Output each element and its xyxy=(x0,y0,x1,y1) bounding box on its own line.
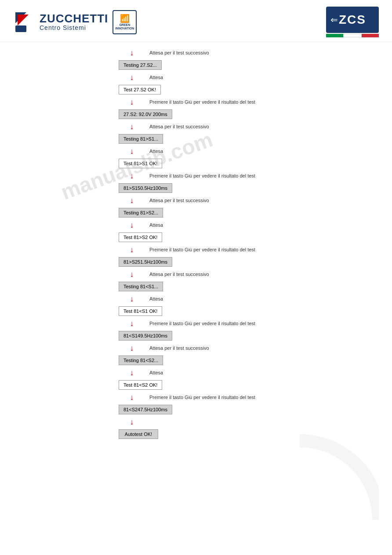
flow-arrow-row: ↓Attesa xyxy=(119,366,163,379)
arrow-down-icon: ↓ xyxy=(119,98,145,106)
arrow-down-icon: ↓ xyxy=(119,344,145,352)
zucchetti-icon xyxy=(13,10,37,34)
flow-arrow-row: ↓Attesa xyxy=(119,71,163,83)
flow-label: Attesa per il test successivo xyxy=(149,50,209,55)
flow-box-row: Test 81>S2 OK! xyxy=(119,231,162,243)
flow-arrow-row: ↓ xyxy=(119,416,149,428)
arrow-down-icon: ↓ xyxy=(119,270,145,278)
italy-flag xyxy=(326,34,379,37)
zcs-arrow-icon: ⇐ xyxy=(330,15,338,25)
flow-box-row: Test 81>S1 OK! xyxy=(119,157,162,170)
green-innovation-badge: 📶 GREENINNOVATION xyxy=(113,10,137,34)
flag-white xyxy=(343,34,361,37)
flow-box-row: Testing 27.S2... xyxy=(119,59,162,71)
bottom-watermark-svg xyxy=(291,432,379,520)
arrow-down-icon: ↓ xyxy=(119,73,145,81)
flow-label: Attesa per il test successivo xyxy=(149,124,209,129)
flow-box: Test 81>S1 OK! xyxy=(119,159,162,168)
zucchetti-logo: ZUCCHETTI Centro Sistemi xyxy=(13,10,108,34)
zcs-box: ⇐ ZCS xyxy=(326,7,379,33)
flow-box: Test 81<S1 OK! xyxy=(119,306,162,316)
arrow-down-icon: ↓ xyxy=(119,246,145,254)
arrow-down-icon: ↓ xyxy=(119,393,145,401)
flow-label: Attesa per il test successivo xyxy=(149,272,209,277)
flow-arrow-row: ↓Attesa per il test successivo xyxy=(119,342,209,354)
flow-arrow-row: ↓Attesa per il test successivo xyxy=(119,194,209,207)
flow-label: Attesa per il test successivo xyxy=(149,198,209,203)
flow-box: 81<S149.5Hz100ms xyxy=(119,331,172,341)
flow-arrow-row: ↓Premere il tasto Giù per vedere il risu… xyxy=(119,170,255,182)
flow-label: Attesa xyxy=(149,222,163,228)
flow-arrow-row: ↓Attesa per il test successivo xyxy=(119,47,209,59)
arrow-down-icon: ↓ xyxy=(119,123,145,131)
flow-label: Attesa per il test successivo xyxy=(149,345,209,351)
flow-box-row: 27.S2: 92.0V 200ms xyxy=(119,108,172,120)
flow-box-row: Testing 81>S1... xyxy=(119,133,163,145)
flow-arrow-row: ↓Attesa per il test successivo xyxy=(119,268,209,280)
arrow-down-icon: ↓ xyxy=(119,49,145,57)
flow-label: Premere il tasto Giù per vedere il risul… xyxy=(149,247,255,252)
zcs-text: ZCS xyxy=(339,13,366,27)
flag-red xyxy=(362,34,379,37)
arrow-down-icon: ↓ xyxy=(119,147,145,155)
logo-left: ZUCCHETTI Centro Sistemi 📶 GREENINNOVATI… xyxy=(13,10,137,34)
flow-box-row: Test 81<S1 OK! xyxy=(119,305,162,317)
flow-box: 81>S251.5Hz100ms xyxy=(119,257,172,267)
flow-box-row: 81<S149.5Hz100ms xyxy=(119,330,172,342)
flow-box-row: Testing 81>S2... xyxy=(119,207,163,219)
flow-container: ↓Attesa per il test successivoTesting 27… xyxy=(119,47,392,440)
company-name: ZUCCHETTI xyxy=(40,13,108,24)
green-innovation-text: GREENINNOVATION xyxy=(115,23,134,30)
flow-label: Attesa xyxy=(149,149,163,154)
flow-box-row: 81>S251.5Hz100ms xyxy=(119,256,172,268)
zcs-logo: ⇐ ZCS xyxy=(326,7,379,37)
flow-arrow-row: ↓Attesa xyxy=(119,145,163,157)
svg-rect-3 xyxy=(15,25,26,32)
flow-label: Attesa xyxy=(149,370,163,375)
flow-box-row: Autotest OK! xyxy=(119,428,158,440)
flow-box: Testing 81<S2... xyxy=(119,355,163,365)
arrow-down-icon: ↓ xyxy=(119,418,145,426)
flow-box-row: Testing 81<S1... xyxy=(119,280,163,293)
flow-box: 81<S247.5Hz100ms xyxy=(119,405,172,414)
arrow-down-icon: ↓ xyxy=(119,172,145,180)
flow-box: Testing 81<S1... xyxy=(119,282,163,291)
flag-green xyxy=(326,34,343,37)
flow-box: Test 81<S2 OK! xyxy=(119,380,162,390)
flow-label: Premere il tasto Giù per vedere il risul… xyxy=(149,99,255,105)
flow-arrow-row: ↓Premere il tasto Giù per vedere il risu… xyxy=(119,96,255,108)
flow-label: Premere il tasto Giù per vedere il risul… xyxy=(149,173,255,178)
flow-box: Testing 81>S2... xyxy=(119,208,163,218)
arrow-down-icon: ↓ xyxy=(119,369,145,377)
flow-box: Testing 27.S2... xyxy=(119,60,162,70)
main-content: ↓Attesa per il test successivoTesting 27… xyxy=(0,42,392,445)
flow-arrow-row: ↓Attesa per il test successivo xyxy=(119,120,209,133)
flow-label: Premere il tasto Giù per vedere il risul… xyxy=(149,321,255,326)
flow-label: Premere il tasto Giù per vedere il risul… xyxy=(149,395,255,400)
flow-box-row: Testing 81<S2... xyxy=(119,354,163,366)
flow-box: Test 27.S2 OK! xyxy=(119,85,161,94)
header: ZUCCHETTI Centro Sistemi 📶 GREENINNOVATI… xyxy=(0,0,392,42)
arrow-down-icon: ↓ xyxy=(119,295,145,303)
flow-arrow-row: ↓Premere il tasto Giù per vedere il risu… xyxy=(119,391,255,403)
flow-box-row: Test 27.S2 OK! xyxy=(119,83,161,96)
flow-box-row: 81>S150.5Hz100ms xyxy=(119,182,172,194)
flow-box: Autotest OK! xyxy=(119,429,158,439)
zucchetti-text: ZUCCHETTI Centro Sistemi xyxy=(40,13,108,31)
arrow-down-icon: ↓ xyxy=(119,319,145,327)
company-subtitle: Centro Sistemi xyxy=(40,24,108,31)
flow-box-row: Test 81<S2 OK! xyxy=(119,379,162,391)
flow-arrow-row: ↓Premere il tasto Giù per vedere il risu… xyxy=(119,317,255,330)
arrow-down-icon: ↓ xyxy=(119,196,145,204)
wifi-icon: 📶 xyxy=(120,14,130,23)
flow-arrow-row: ↓Premere il tasto Giù per vedere il risu… xyxy=(119,243,255,256)
arrow-down-icon: ↓ xyxy=(119,221,145,229)
flow-label: Attesa xyxy=(149,75,163,80)
flow-box: Testing 81>S1... xyxy=(119,134,163,144)
flow-box: Test 81>S2 OK! xyxy=(119,232,162,242)
flow-arrow-row: ↓Attesa xyxy=(119,219,163,231)
flow-box: 81>S150.5Hz100ms xyxy=(119,183,172,193)
flow-arrow-row: ↓Attesa xyxy=(119,293,163,305)
flow-label: Attesa xyxy=(149,296,163,301)
flow-box-row: 81<S247.5Hz100ms xyxy=(119,403,172,416)
